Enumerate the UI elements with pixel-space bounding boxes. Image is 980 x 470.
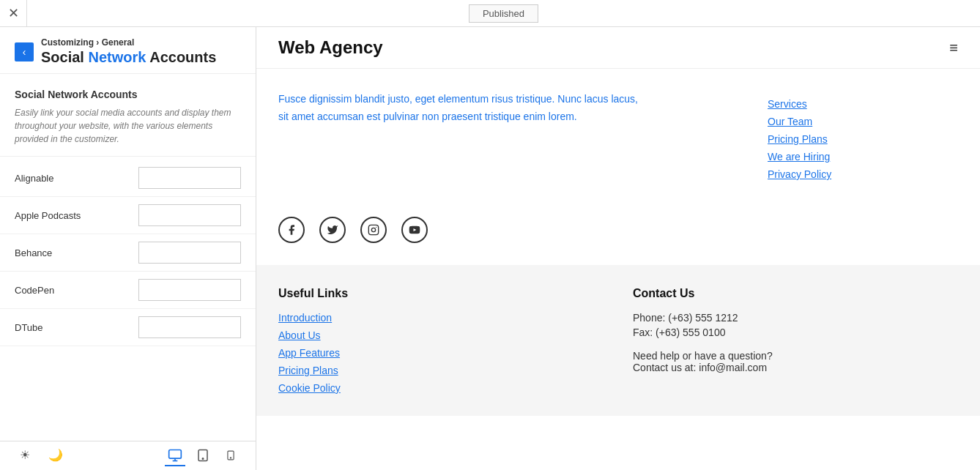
nav-links: Services Our Team Pricing Plans We are H… [768,98,958,180]
nav-link-services[interactable]: Services [768,98,958,110]
field-label-dtube: DTube [15,322,138,333]
mobile-icon-button[interactable] [220,446,241,466]
field-label-alignable: Alignable [15,173,138,184]
nav-link-pricing-plans[interactable]: Pricing Plans [768,133,958,145]
field-row-applepodcasts: Apple Podcasts [0,197,256,234]
nav-link-privacy-policy[interactable]: Privacy Policy [768,168,958,180]
close-button[interactable]: ✕ [0,0,27,27]
footer-links-list: Introduction About Us App Features Prici… [278,312,604,394]
bottom-toolbar: ☀ 🌙 [0,441,256,470]
facebook-icon[interactable] [278,217,305,243]
instagram-icon[interactable] [360,217,387,243]
preview-content: Web Agency ≡ Fusce dignissim blandit jus… [256,27,980,470]
preview-left: Fusce dignissim blandit justo, eget elem… [256,69,760,202]
field-row-behance: Behance [0,234,256,272]
field-input-alignable[interactable] [138,167,241,189]
footer-useful-links: Useful Links Introduction About Us App F… [278,287,604,394]
published-button[interactable]: Published [469,4,538,23]
field-input-codepen[interactable] [138,279,241,301]
breadcrumb-arrow: › [96,37,101,48]
field-row-codepen: CodePen [0,272,256,309]
top-bar: ✕ Published [0,0,980,27]
contact-title: Contact Us [633,287,958,300]
toolbar-left: ☀ 🌙 [15,446,66,466]
hamburger-icon[interactable]: ≡ [949,40,958,56]
field-row-dtube: DTube [0,309,256,346]
svg-rect-0 [169,450,182,458]
sun-icon-button[interactable]: ☀ [15,446,35,466]
footer-link-app-features[interactable]: App Features [278,347,604,359]
footer-link-pricing-plans[interactable]: Pricing Plans [278,365,604,376]
footer-contact: Contact Us Phone: (+63) 555 1212 Fax: (+… [633,287,958,394]
nav-link-we-are-hiring[interactable]: We are Hiring [768,151,958,163]
field-input-behance[interactable] [138,242,241,264]
fields-list: Alignable Apple Podcasts Behance CodePen… [0,160,256,346]
preview-right: Services Our Team Pricing Plans We are H… [760,69,980,202]
svg-point-8 [371,228,375,231]
svg-point-6 [230,457,231,458]
nav-link-our-team[interactable]: Our Team [768,116,958,127]
contact-phone: Phone: (+63) 555 1212 [633,312,958,324]
preview-footer: Useful Links Introduction About Us App F… [256,265,980,416]
footer-link-cookie-policy[interactable]: Cookie Policy [278,382,604,394]
divider [0,156,256,157]
field-label-behance: Behance [15,247,138,258]
field-label-applepodcasts: Apple Podcasts [15,210,138,221]
preview-body: Fusce dignissim blandit justo, eget elem… [256,69,980,202]
sidebar-title: Social Network Accounts [41,49,216,66]
sidebar-title-plain: Social Network Accounts [41,49,216,65]
breadcrumb-parent[interactable]: Customizing [41,37,94,48]
toolbar-device-icons [165,446,241,466]
section-desc: Easily link your social media accounts a… [15,106,241,146]
sidebar: ‹ Customizing › General Social Network A… [0,27,256,470]
contact-email: Contact us at: info@mail.com [633,362,958,373]
preview-body-text: Fusce dignissim blandit justo, eget elem… [278,91,645,126]
sidebar-section: Social Network Accounts Easily link your… [0,74,256,153]
footer-link-introduction[interactable]: Introduction [278,312,604,324]
tablet-icon-button[interactable] [193,446,213,466]
contact-question: Need help or have a question? [633,350,958,362]
field-input-applepodcasts[interactable] [138,204,241,226]
sidebar-header: ‹ Customizing › General Social Network A… [0,27,256,74]
field-row-alignable: Alignable [0,160,256,197]
social-icons-row [256,202,980,265]
youtube-icon[interactable] [401,217,428,243]
footer-link-about-us[interactable]: About Us [278,329,604,341]
field-input-dtube[interactable] [138,316,241,338]
section-title: Social Network Accounts [15,89,241,100]
sidebar-scroll: ‹ Customizing › General Social Network A… [0,27,256,441]
desktop-icon-button[interactable] [165,446,185,466]
breadcrumb-child: General [102,37,135,48]
svg-point-9 [376,227,376,228]
contact-fax: Fax: (+63) 555 0100 [633,327,958,338]
svg-rect-7 [368,225,378,234]
preview-topbar: Web Agency ≡ [256,27,980,69]
moon-icon-button[interactable]: 🌙 [45,446,66,466]
twitter-icon[interactable] [319,217,346,243]
preview-area: Web Agency ≡ Fusce dignissim blandit jus… [256,27,980,470]
field-label-codepen: CodePen [15,285,138,296]
main-layout: ‹ Customizing › General Social Network A… [0,27,980,470]
back-button[interactable]: ‹ [15,42,34,61]
close-icon: ✕ [8,5,19,21]
back-icon: ‹ [23,46,26,58]
useful-links-title: Useful Links [278,287,604,300]
breadcrumb: Customizing › General [41,37,216,48]
site-title: Web Agency [278,37,383,58]
svg-point-4 [202,458,204,459]
